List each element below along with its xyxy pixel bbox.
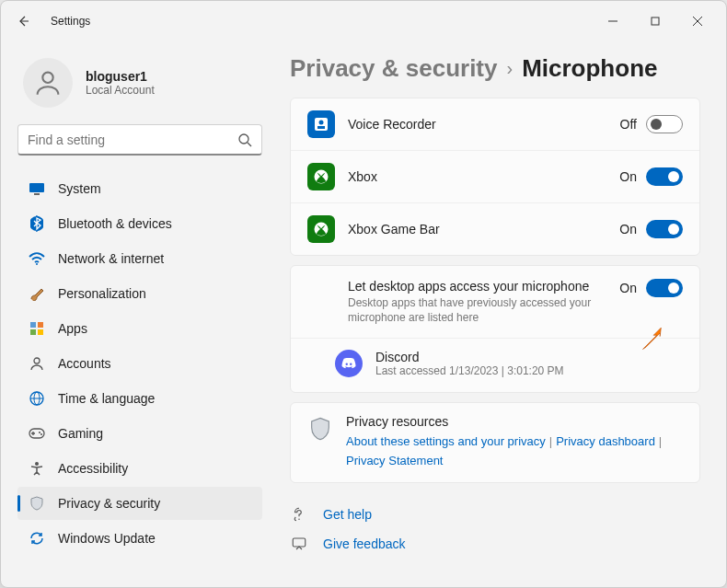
svg-point-11 xyxy=(34,358,40,363)
desktop-apps-toggle[interactable] xyxy=(646,279,683,297)
sidebar-item-privacy-security[interactable]: Privacy & security xyxy=(17,487,262,520)
nav-list: SystemBluetooth & devicesNetwork & inter… xyxy=(17,172,262,555)
svg-rect-26 xyxy=(293,538,306,547)
window-title: Settings xyxy=(51,15,90,28)
search-input[interactable] xyxy=(28,133,237,147)
maximize-icon xyxy=(651,17,660,26)
apps-icon xyxy=(29,320,45,337)
app-row: XboxOn xyxy=(291,151,699,203)
privacy-resources-panel: Privacy resources About these settings a… xyxy=(290,402,700,483)
sidebar-item-network-internet[interactable]: Network & internet xyxy=(17,242,262,275)
resource-link-about[interactable]: About these settings and your privacy xyxy=(346,434,546,448)
svg-point-16 xyxy=(40,433,42,435)
game-icon xyxy=(29,425,45,442)
sidebar-item-label: Network & internet xyxy=(58,251,164,266)
sidebar-item-label: Bluetooth & devices xyxy=(58,216,172,231)
resource-link-statement[interactable]: Privacy Statement xyxy=(346,454,444,467)
sidebar-item-system[interactable]: System xyxy=(17,172,262,205)
sidebar-item-gaming[interactable]: Gaming xyxy=(17,417,262,450)
app-name: Voice Recorder xyxy=(348,117,607,132)
account-icon xyxy=(29,355,45,372)
titlebar: Settings xyxy=(1,1,726,41)
app-icon xyxy=(307,110,335,138)
desktop-apps-state: On xyxy=(619,281,637,295)
desktop-apps-subtitle: Desktop apps that have previously access… xyxy=(348,295,606,325)
close-icon xyxy=(693,17,702,26)
app-toggle[interactable] xyxy=(646,115,683,133)
sidebar-item-bluetooth-devices[interactable]: Bluetooth & devices xyxy=(17,207,262,240)
maximize-button[interactable] xyxy=(634,7,676,35)
back-button[interactable] xyxy=(8,6,38,36)
sidebar-item-label: Gaming xyxy=(58,426,103,441)
svg-rect-0 xyxy=(652,17,659,25)
svg-rect-3 xyxy=(29,183,44,192)
sidebar-item-windows-update[interactable]: Windows Update xyxy=(17,522,262,555)
give-feedback-label: Give feedback xyxy=(323,536,406,551)
resources-title: Privacy resources xyxy=(346,414,665,429)
sidebar-item-label: Apps xyxy=(58,321,87,336)
help-icon xyxy=(290,505,308,524)
username: bloguser1 xyxy=(86,69,155,84)
system-icon xyxy=(29,180,45,197)
breadcrumb-parent[interactable]: Privacy & security xyxy=(290,54,497,83)
minimize-button[interactable] xyxy=(592,7,634,35)
svg-point-24 xyxy=(350,363,352,365)
sidebar-item-accessibility[interactable]: Accessibility xyxy=(17,452,262,485)
svg-point-15 xyxy=(39,432,40,433)
user-profile[interactable]: bloguser1 Local Account xyxy=(17,52,262,124)
sidebar-item-personalization[interactable]: Personalization xyxy=(17,277,262,310)
app-icon xyxy=(307,163,335,190)
resource-link-dashboard[interactable]: Privacy dashboard xyxy=(556,434,655,448)
svg-rect-10 xyxy=(38,329,43,335)
sidebar-item-label: Time & language xyxy=(58,391,155,406)
close-button[interactable] xyxy=(676,7,719,35)
app-icon xyxy=(307,215,335,243)
minimize-icon xyxy=(608,17,617,26)
svg-point-2 xyxy=(239,134,248,144)
desktop-apps-panel: Let desktop apps access your microphone … xyxy=(290,265,700,393)
breadcrumb-current: Microphone xyxy=(522,54,657,83)
accessibility-icon xyxy=(29,460,45,477)
svg-point-6 xyxy=(36,263,38,265)
app-toggle[interactable] xyxy=(646,167,683,186)
app-access-panel: Voice RecorderOffXboxOnXbox Game BarOn xyxy=(290,98,700,256)
content-area: Privacy & security › Microphone Voice Re… xyxy=(279,41,726,587)
app-name: Xbox Game Bar xyxy=(348,222,606,236)
get-help-label: Get help xyxy=(323,507,372,522)
app-state: On xyxy=(619,222,637,236)
feedback-icon xyxy=(290,535,308,553)
desktop-app-name: Discord xyxy=(375,350,564,364)
svg-rect-9 xyxy=(30,329,36,335)
shield-icon xyxy=(307,416,333,442)
globe-icon xyxy=(29,390,45,407)
get-help-link[interactable]: Get help xyxy=(290,500,700,529)
search-box[interactable] xyxy=(17,124,262,156)
svg-point-1 xyxy=(42,73,52,83)
person-icon xyxy=(32,67,63,98)
app-toggle[interactable] xyxy=(646,220,683,238)
svg-point-17 xyxy=(35,462,39,466)
sidebar-item-label: Personalization xyxy=(58,286,146,301)
avatar xyxy=(23,58,73,108)
sidebar-item-label: Windows Update xyxy=(58,531,156,546)
app-state: On xyxy=(619,169,637,184)
account-type: Local Account xyxy=(86,84,155,97)
brush-icon xyxy=(29,285,45,302)
sidebar-item-accounts[interactable]: Accounts xyxy=(17,347,262,380)
update-icon xyxy=(29,530,45,547)
sidebar-item-label: Accessibility xyxy=(58,461,128,476)
give-feedback-link[interactable]: Give feedback xyxy=(290,529,700,559)
resources-links: About these settings and your privacy|Pr… xyxy=(346,432,665,471)
desktop-app-last-accessed: Last accessed 1/13/2023 | 3:01:20 PM xyxy=(375,364,564,377)
sidebar-item-time-language[interactable]: Time & language xyxy=(17,382,262,415)
chevron-right-icon: › xyxy=(506,58,513,79)
back-arrow-icon xyxy=(16,14,30,29)
search-icon xyxy=(237,133,252,147)
desktop-app-row: Discord Last accessed 1/13/2023 | 3:01:2… xyxy=(291,339,699,392)
app-state: Off xyxy=(620,117,637,132)
app-name: Xbox xyxy=(348,169,606,184)
sidebar-item-apps[interactable]: Apps xyxy=(17,312,262,345)
settings-window: Settings bloguser1 Local Account Sys xyxy=(0,0,727,588)
footer-links: Get help Give feedback xyxy=(290,500,700,559)
svg-point-19 xyxy=(319,121,324,125)
